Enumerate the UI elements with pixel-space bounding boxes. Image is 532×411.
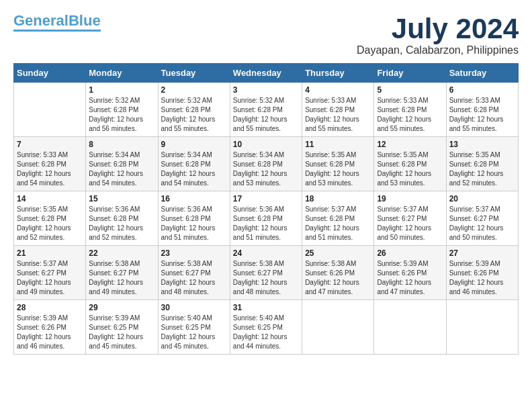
day-number: 25 [305, 248, 371, 258]
day-info: Sunrise: 5:32 AM Sunset: 6:28 PM Dayligh… [89, 96, 154, 134]
day-number: 6 [449, 85, 515, 95]
calendar-cell: 10 Sunrise: 5:34 AM Sunset: 6:28 PM Dayl… [230, 137, 302, 191]
daylight: Daylight: 12 hours and 50 minutes. [377, 224, 431, 241]
sunrise: Sunrise: 5:39 AM [89, 314, 140, 322]
logo: GeneralBlue [13, 13, 101, 32]
sunset: Sunset: 6:28 PM [233, 106, 283, 113]
sunrise: Sunrise: 5:39 AM [17, 314, 68, 322]
day-number: 29 [89, 303, 154, 312]
day-number: 7 [17, 140, 83, 149]
calendar-cell: 29 Sunrise: 5:39 AM Sunset: 6:25 PM Dayl… [86, 300, 158, 355]
day-number: 18 [305, 194, 371, 203]
sunset: Sunset: 6:28 PM [161, 215, 211, 222]
logo-text: GeneralBlue [13, 13, 101, 28]
sunrise: Sunrise: 5:37 AM [449, 205, 500, 213]
sunrise: Sunrise: 5:34 AM [89, 151, 140, 158]
col-saturday: Saturday [446, 64, 518, 83]
day-info: Sunrise: 5:34 AM Sunset: 6:28 PM Dayligh… [233, 150, 299, 188]
daylight: Daylight: 12 hours and 53 minutes. [377, 170, 431, 187]
sunset: Sunset: 6:28 PM [305, 161, 355, 168]
sunrise: Sunrise: 5:34 AM [233, 151, 284, 158]
day-number: 31 [233, 303, 299, 312]
sunset: Sunset: 6:28 PM [161, 106, 211, 113]
week-row-5: 28 Sunrise: 5:39 AM Sunset: 6:26 PM Dayl… [14, 300, 519, 355]
day-info: Sunrise: 5:33 AM Sunset: 6:28 PM Dayligh… [305, 96, 371, 134]
calendar-cell: 14 Sunrise: 5:35 AM Sunset: 6:28 PM Dayl… [14, 191, 86, 246]
sunrise: Sunrise: 5:32 AM [233, 97, 284, 104]
daylight: Daylight: 12 hours and 51 minutes. [161, 224, 216, 241]
day-info: Sunrise: 5:36 AM Sunset: 6:28 PM Dayligh… [89, 205, 154, 242]
col-friday: Friday [374, 64, 446, 83]
daylight: Daylight: 12 hours and 51 minutes. [233, 224, 287, 241]
day-number: 21 [17, 248, 83, 258]
month-title: July 2024 [357, 13, 519, 44]
calendar-cell: 28 Sunrise: 5:39 AM Sunset: 6:26 PM Dayl… [14, 300, 86, 355]
sunrise: Sunrise: 5:35 AM [377, 151, 428, 158]
sunset: Sunset: 6:28 PM [377, 106, 427, 113]
daylight: Daylight: 12 hours and 55 minutes. [161, 116, 216, 132]
calendar-cell: 6 Sunrise: 5:33 AM Sunset: 6:28 PM Dayli… [446, 83, 518, 137]
day-info: Sunrise: 5:39 AM Sunset: 6:26 PM Dayligh… [17, 314, 83, 351]
day-info: Sunrise: 5:39 AM Sunset: 6:26 PM Dayligh… [449, 259, 515, 297]
calendar-table: Sunday Monday Tuesday Wednesday Thursday… [13, 63, 519, 355]
daylight: Daylight: 12 hours and 47 minutes. [377, 279, 431, 295]
sunset: Sunset: 6:28 PM [305, 215, 355, 222]
sunrise: Sunrise: 5:33 AM [305, 97, 356, 104]
calendar-cell: 18 Sunrise: 5:37 AM Sunset: 6:28 PM Dayl… [302, 191, 374, 246]
daylight: Daylight: 12 hours and 56 minutes. [89, 116, 143, 132]
week-row-1: 1 Sunrise: 5:32 AM Sunset: 6:28 PM Dayli… [14, 83, 519, 137]
daylight: Daylight: 12 hours and 54 minutes. [89, 170, 143, 187]
day-info: Sunrise: 5:33 AM Sunset: 6:28 PM Dayligh… [449, 96, 515, 134]
sunset: Sunset: 6:28 PM [17, 161, 66, 168]
daylight: Daylight: 12 hours and 48 minutes. [161, 279, 216, 295]
sunset: Sunset: 6:28 PM [377, 161, 427, 168]
calendar-cell: 12 Sunrise: 5:35 AM Sunset: 6:28 PM Dayl… [374, 137, 446, 191]
sunset: Sunset: 6:25 PM [233, 324, 283, 331]
day-number: 22 [89, 248, 154, 258]
sunrise: Sunrise: 5:35 AM [17, 205, 68, 213]
day-number: 1 [89, 85, 154, 95]
col-wednesday: Wednesday [230, 64, 302, 83]
sunset: Sunset: 6:27 PM [449, 215, 499, 222]
sunrise: Sunrise: 5:39 AM [449, 260, 500, 267]
day-number: 3 [233, 85, 299, 95]
sunrise: Sunrise: 5:36 AM [89, 205, 140, 213]
sunrise: Sunrise: 5:38 AM [305, 260, 356, 267]
sunset: Sunset: 6:28 PM [17, 215, 66, 222]
calendar-cell [14, 83, 86, 137]
daylight: Daylight: 12 hours and 47 minutes. [305, 279, 359, 295]
location: Dayapan, Calabarzon, Philippines [357, 44, 519, 56]
day-number: 9 [161, 140, 227, 149]
sunset: Sunset: 6:27 PM [17, 269, 66, 277]
daylight: Daylight: 12 hours and 50 minutes. [449, 224, 504, 241]
sunset: Sunset: 6:27 PM [233, 269, 283, 277]
daylight: Daylight: 12 hours and 55 minutes. [233, 116, 287, 132]
calendar-cell: 7 Sunrise: 5:33 AM Sunset: 6:28 PM Dayli… [14, 137, 86, 191]
sunrise: Sunrise: 5:36 AM [161, 205, 212, 213]
day-number: 5 [377, 85, 443, 95]
day-info: Sunrise: 5:39 AM Sunset: 6:25 PM Dayligh… [89, 314, 154, 351]
title-block: July 2024 Dayapan, Calabarzon, Philippin… [357, 13, 519, 56]
day-number: 12 [377, 140, 443, 149]
day-number: 8 [89, 140, 154, 149]
logo-general: General [13, 12, 69, 29]
day-info: Sunrise: 5:34 AM Sunset: 6:28 PM Dayligh… [161, 150, 227, 188]
day-info: Sunrise: 5:36 AM Sunset: 6:28 PM Dayligh… [161, 205, 227, 242]
daylight: Daylight: 12 hours and 44 minutes. [233, 333, 287, 350]
day-info: Sunrise: 5:38 AM Sunset: 6:27 PM Dayligh… [233, 259, 299, 297]
calendar-cell: 13 Sunrise: 5:35 AM Sunset: 6:28 PM Dayl… [446, 137, 518, 191]
day-number: 24 [233, 248, 299, 258]
daylight: Daylight: 12 hours and 48 minutes. [233, 279, 287, 295]
calendar-cell: 22 Sunrise: 5:38 AM Sunset: 6:27 PM Dayl… [86, 246, 158, 300]
sunset: Sunset: 6:27 PM [161, 269, 211, 277]
day-info: Sunrise: 5:34 AM Sunset: 6:28 PM Dayligh… [89, 150, 154, 188]
sunrise: Sunrise: 5:34 AM [161, 151, 212, 158]
sunrise: Sunrise: 5:38 AM [233, 260, 284, 267]
day-info: Sunrise: 5:40 AM Sunset: 6:25 PM Dayligh… [161, 314, 227, 351]
calendar-cell: 20 Sunrise: 5:37 AM Sunset: 6:27 PM Dayl… [446, 191, 518, 246]
calendar-cell: 19 Sunrise: 5:37 AM Sunset: 6:27 PM Dayl… [374, 191, 446, 246]
day-info: Sunrise: 5:32 AM Sunset: 6:28 PM Dayligh… [233, 96, 299, 134]
calendar-cell: 8 Sunrise: 5:34 AM Sunset: 6:28 PM Dayli… [86, 137, 158, 191]
calendar-cell: 11 Sunrise: 5:35 AM Sunset: 6:28 PM Dayl… [302, 137, 374, 191]
sunrise: Sunrise: 5:40 AM [161, 314, 212, 322]
